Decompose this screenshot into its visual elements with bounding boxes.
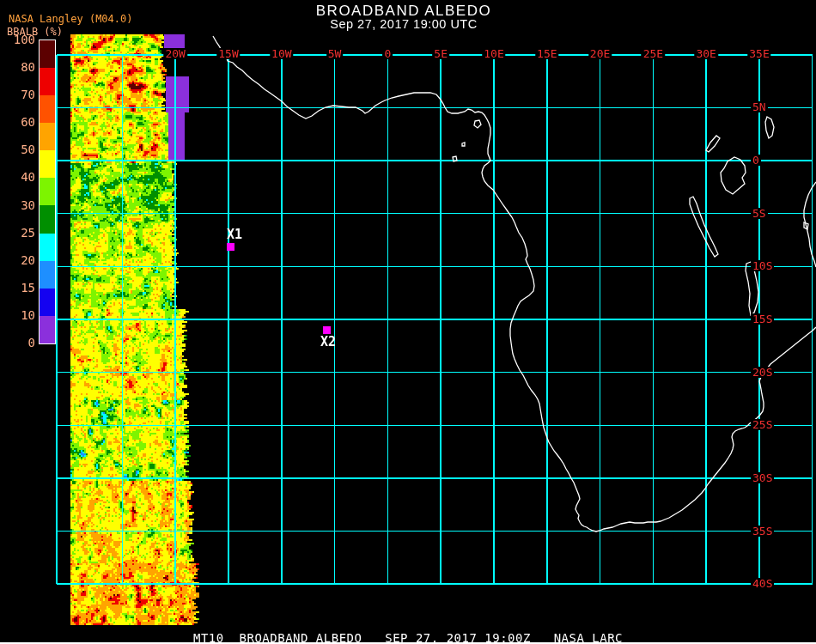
latitude-label: 35S bbox=[751, 526, 774, 537]
colorbar-segment bbox=[40, 205, 55, 233]
colorbar-segment bbox=[40, 123, 55, 150]
coastline-path bbox=[213, 36, 816, 532]
longitude-label: 15E bbox=[535, 48, 558, 59]
lake-outline bbox=[706, 136, 720, 152]
longitude-label: 10E bbox=[482, 48, 505, 59]
colorbar-tick-label: 30 bbox=[0, 199, 35, 212]
latitude-label: 30S bbox=[751, 472, 774, 483]
colorbar-tick-label: 0 bbox=[0, 337, 35, 349]
colorbar-tick-label: 100 bbox=[0, 33, 35, 46]
colorbar-segment bbox=[40, 234, 55, 261]
lake-outline bbox=[462, 143, 465, 146]
marker-label-x1: X1 bbox=[227, 228, 242, 241]
lake-outline bbox=[721, 157, 746, 194]
latitude-label: 20S bbox=[751, 367, 774, 378]
longitude-label: 20W bbox=[163, 48, 186, 59]
marker-square-x1 bbox=[227, 243, 234, 251]
latitude-label: 10S bbox=[751, 260, 774, 271]
colorbar-segment bbox=[40, 261, 55, 289]
colorbar-segment bbox=[40, 316, 55, 343]
colorbar-tick-label: 10 bbox=[0, 309, 35, 322]
colorbar-tick-label: 15 bbox=[0, 282, 35, 295]
colorbar-segment bbox=[40, 40, 55, 68]
colorbar-tick-label: 25 bbox=[0, 227, 35, 240]
latitude-label: 15S bbox=[751, 313, 774, 325]
lake-outline bbox=[690, 197, 718, 257]
latitude-label: 40S bbox=[751, 578, 774, 589]
colorbar-scale bbox=[39, 39, 56, 344]
colorbar-tick-label: 40 bbox=[0, 171, 35, 184]
latitude-label: 5N bbox=[751, 101, 768, 112]
colorbar-segment bbox=[40, 95, 55, 123]
agency-version-label: NASA Langley (M04.0) bbox=[9, 13, 133, 25]
marker-label-x2: X2 bbox=[320, 336, 336, 349]
latitude-label: 0 bbox=[751, 155, 761, 166]
marker-square-x2 bbox=[323, 326, 331, 334]
colorbar-tick-label: 20 bbox=[0, 254, 35, 267]
longitude-label: 0 bbox=[382, 48, 393, 59]
colorbar-tick-label: 80 bbox=[0, 61, 35, 74]
longitude-label: 30E bbox=[694, 48, 717, 59]
colorbar-segment bbox=[40, 68, 55, 95]
lake-outline bbox=[474, 120, 481, 128]
longitude-label: 5W bbox=[326, 48, 344, 59]
colorbar-tick-label: 60 bbox=[0, 116, 35, 129]
colorbar-segment bbox=[40, 178, 55, 205]
longitude-label: 20E bbox=[588, 48, 612, 59]
colorbar-segment bbox=[40, 150, 55, 178]
longitude-label: 15W bbox=[216, 48, 240, 59]
colorbar-tick-label: 70 bbox=[0, 88, 35, 101]
lake-outline bbox=[765, 117, 774, 138]
lake-outline bbox=[453, 156, 457, 161]
colorbar-segment bbox=[40, 289, 55, 316]
longitude-label: 5E bbox=[432, 48, 449, 59]
longitude-label: 25E bbox=[642, 48, 665, 59]
longitude-label: 35E bbox=[747, 48, 770, 59]
latitude-label: 25S bbox=[751, 419, 774, 430]
longitude-label: 10W bbox=[270, 48, 293, 59]
albedo-plot: BROADBAND ALBEDO Sep 27, 2017 19:00 UTC … bbox=[0, 0, 816, 644]
africa-coastline-map bbox=[0, 0, 816, 644]
latitude-label: 5S bbox=[751, 208, 768, 219]
colorbar-tick-label: 50 bbox=[0, 143, 35, 156]
coastline-path bbox=[804, 182, 816, 267]
